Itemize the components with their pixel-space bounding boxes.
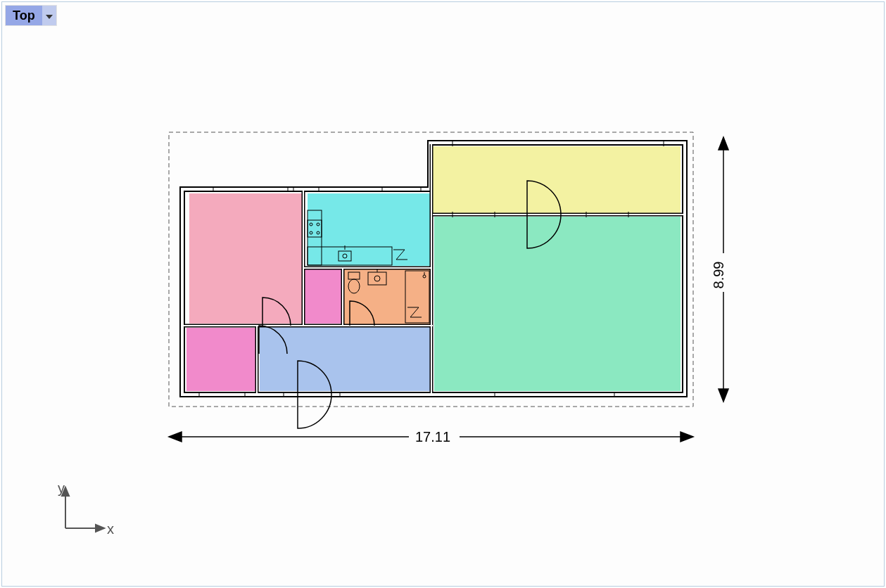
room-storage bbox=[305, 269, 341, 324]
room-kitchen bbox=[308, 193, 430, 266]
room-living bbox=[434, 217, 681, 391]
dimension-width: 17.11 bbox=[169, 429, 693, 445]
svg-marker-57 bbox=[719, 389, 728, 402]
svg-marker-52 bbox=[169, 432, 182, 442]
dimension-height: 8.99 bbox=[711, 137, 728, 402]
svg-marker-53 bbox=[681, 432, 693, 442]
dimension-height-value: 8.99 bbox=[711, 262, 726, 289]
room-garage bbox=[433, 146, 681, 214]
room-closet bbox=[186, 328, 257, 391]
dimension-width-value: 17.11 bbox=[415, 429, 450, 445]
room-hall bbox=[260, 326, 431, 391]
axis-y-label: y bbox=[58, 480, 65, 496]
axis-x-label: x bbox=[107, 521, 114, 537]
svg-marker-56 bbox=[719, 137, 728, 150]
room-bedroom bbox=[189, 193, 302, 324]
svg-marker-61 bbox=[96, 525, 104, 532]
rooms-group bbox=[186, 146, 681, 391]
axis-indicator: y x bbox=[55, 486, 118, 546]
viewport[interactable]: Top bbox=[1, 1, 885, 587]
room-bathroom bbox=[344, 269, 431, 324]
floorplan-canvas[interactable]: 17.11 8.99 bbox=[2, 2, 886, 588]
